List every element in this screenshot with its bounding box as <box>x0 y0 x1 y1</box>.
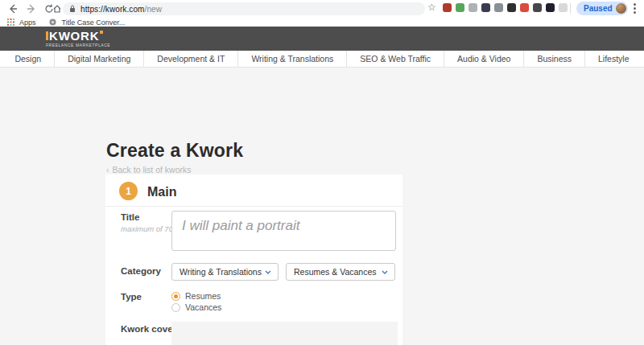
step-number-badge: 1 <box>119 182 138 200</box>
logo-accent <box>46 31 48 40</box>
logo-square <box>100 31 103 34</box>
extension-icon[interactable] <box>533 3 542 12</box>
category-label: Category <box>121 266 161 276</box>
browser-toolbar: https://kwork.com/new ☆ Paused <box>0 0 644 18</box>
chevron-left-icon: ‹ <box>106 165 109 175</box>
extension-icon[interactable] <box>456 3 464 12</box>
bookmark-star-icon[interactable]: ☆ <box>427 2 436 13</box>
url-text: https://kwork.com/new <box>80 5 162 14</box>
page-title: Create a Kwork <box>106 140 243 162</box>
chevron-down-icon <box>382 270 388 274</box>
radio-selected-icon[interactable] <box>171 292 180 301</box>
radio-option-resumes[interactable]: Resumes <box>171 291 221 301</box>
main-content: Create a Kwork ‹Back to list of kworks 1… <box>0 68 644 345</box>
lock-icon <box>69 5 76 13</box>
category-nav: Design Digital Marketing Development & I… <box>0 51 644 68</box>
section-divider <box>105 206 402 207</box>
extension-icon[interactable] <box>507 3 516 12</box>
step-title: Main <box>147 185 176 199</box>
extension-icon[interactable] <box>469 3 477 12</box>
nav-item-writing-translations[interactable]: Writing & Translations <box>238 51 347 67</box>
nav-item-business[interactable]: Business <box>524 51 585 67</box>
category-secondary-value: Resumes & Vacances <box>294 267 377 277</box>
extension-row <box>443 3 568 12</box>
bookmarks-bar: Apps Title Case Conver... <box>0 18 644 27</box>
type-label: Type <box>121 292 142 302</box>
extension-icon[interactable] <box>481 3 490 12</box>
bookmark-item[interactable]: Title Case Conver... <box>62 18 126 27</box>
create-kwork-form: 1 Main Title maximum of 70 Category Writ… <box>105 175 402 345</box>
nav-item-digital-marketing[interactable]: Digital Marketing <box>55 51 144 67</box>
sync-paused-button[interactable]: Paused <box>576 2 628 15</box>
site-header: KWORK FREELANCE MARKETPLACE + KWORK $0 B… <box>0 27 644 51</box>
category-primary-value: Writing & Translations <box>180 267 262 277</box>
nav-item-seo-web-traffic[interactable]: SEO & Web Traffic <box>347 51 444 67</box>
back-link-label: Back to list of kworks <box>113 165 192 175</box>
nav-item-lifestyle[interactable]: Lifestyle <box>585 51 642 67</box>
home-icon[interactable] <box>51 2 64 15</box>
paused-label: Paused <box>584 4 613 13</box>
nav-item-development-it[interactable]: Development & IT <box>144 51 238 67</box>
forward-icon[interactable] <box>25 2 38 15</box>
back-icon[interactable] <box>6 2 19 15</box>
logo-tagline: FREELANCE MARKETPLACE <box>46 43 110 47</box>
extension-icon[interactable] <box>494 3 503 12</box>
browser-window: https://kwork.com/new ☆ Paused Apps Titl… <box>0 0 644 345</box>
extension-icon[interactable] <box>520 3 529 12</box>
address-bar[interactable]: https://kwork.com/new <box>63 2 425 15</box>
radio-unselected-icon[interactable] <box>171 303 180 312</box>
radio-option-vacances[interactable]: Vacances <box>171 302 221 312</box>
kwork-logo[interactable]: KWORK FREELANCE MARKETPLACE <box>46 31 110 47</box>
apps-grid-icon[interactable] <box>6 18 14 27</box>
extension-icon[interactable] <box>546 3 555 12</box>
title-input[interactable] <box>171 211 396 251</box>
extension-icon[interactable] <box>559 3 568 12</box>
title-hint: maximum of 70 <box>121 224 173 233</box>
back-to-list-link[interactable]: ‹Back to list of kworks <box>106 165 192 175</box>
cover-label: Kwork cover <box>121 324 176 334</box>
profile-avatar <box>616 3 626 14</box>
toolbar-divider <box>570 3 571 14</box>
radio-label: Vacances <box>185 302 221 312</box>
browser-menu-icon[interactable] <box>633 3 636 15</box>
extension-icon[interactable] <box>443 3 452 12</box>
cover-upload-area[interactable] <box>171 322 398 345</box>
bookmark-favicon <box>49 18 57 27</box>
apps-shortcut[interactable]: Apps <box>19 18 36 27</box>
chevron-down-icon <box>265 270 271 274</box>
nav-item-audio-video[interactable]: Audio & Video <box>444 51 524 67</box>
radio-label: Resumes <box>185 291 221 301</box>
logo-text: KWORK <box>49 31 99 42</box>
title-label: Title <box>121 212 139 222</box>
category-select-primary[interactable]: Writing & Translations <box>171 263 279 281</box>
nav-item-design[interactable]: Design <box>2 51 55 67</box>
category-select-secondary[interactable]: Resumes & Vacances <box>286 263 395 281</box>
